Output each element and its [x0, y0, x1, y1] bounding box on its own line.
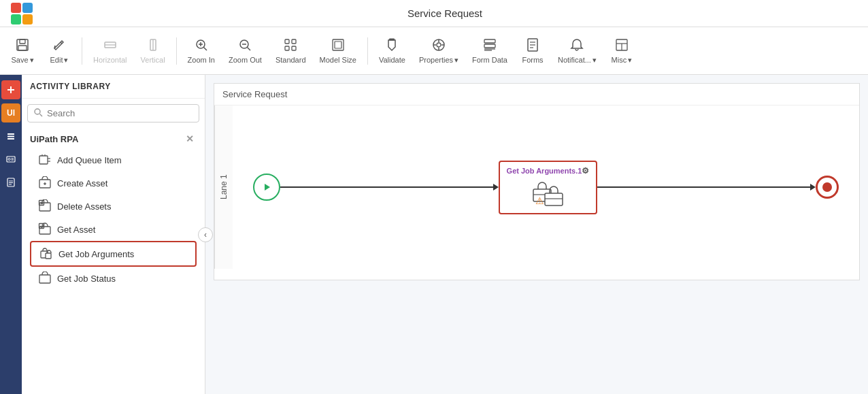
- nav-list[interactable]: [1, 127, 20, 146]
- toolbar-horizontal[interactable]: Horizontal: [88, 35, 133, 67]
- flow-arrow-2: [597, 184, 816, 191]
- zoom-out-label: Zoom Out: [229, 56, 262, 64]
- section-close-button[interactable]: ✕: [183, 132, 197, 146]
- canvas-area: Service Request Lane 1: [205, 75, 868, 394]
- warning-icon: ⚠: [535, 195, 544, 206]
- svg-rect-68: [46, 253, 51, 259]
- activity-delete-assets[interactable]: Delete Assets: [30, 195, 197, 218]
- end-dot: [822, 182, 832, 192]
- get-job-status-label: Get Job Status: [57, 274, 116, 284]
- model-size-icon: [331, 37, 346, 54]
- vertical-icon: [146, 37, 161, 54]
- section-name: UiPath RPA: [30, 134, 78, 144]
- lane-container: Lane 1: [214, 105, 859, 269]
- get-asset-icon: [38, 223, 52, 236]
- flow-start-node[interactable]: [253, 174, 280, 201]
- toolbar-forms[interactable]: Forms: [516, 35, 550, 67]
- get-job-arguments-label: Get Job Arguments: [59, 249, 134, 259]
- toolbar-notifications[interactable]: Notificat... ▾: [552, 35, 602, 67]
- svg-rect-69: [39, 275, 50, 283]
- properties-icon: [431, 37, 446, 54]
- queue-icon: [38, 153, 52, 167]
- separator-3: [367, 37, 368, 65]
- collapse-panel-button[interactable]: ‹: [198, 227, 213, 242]
- validate-label: Validate: [379, 56, 405, 64]
- toolbar-misc[interactable]: Misc ▾: [605, 35, 639, 67]
- flow-node-settings-icon[interactable]: ⚙: [582, 166, 589, 176]
- lane-label: Lane 1: [214, 105, 233, 269]
- section-header: UiPath RPA ✕: [30, 132, 197, 146]
- left-nav: UI: [0, 75, 22, 394]
- toolbar: Save ▾ Edit ▾ Horizontal: [0, 27, 868, 75]
- edit-icon: [52, 37, 67, 54]
- create-asset-label: Create Asset: [57, 178, 107, 188]
- library-section: UiPath RPA ✕ Add Queue Item: [22, 128, 205, 294]
- activity-get-job-arguments[interactable]: Get Job Arguments: [30, 241, 197, 267]
- nav-ui[interactable]: UI: [1, 103, 20, 122]
- svg-marker-70: [265, 184, 270, 191]
- toolbar-save[interactable]: Save ▾: [5, 35, 39, 67]
- toolbar-form-data[interactable]: Form Data: [467, 35, 513, 67]
- search-input[interactable]: [47, 108, 193, 118]
- properties-label: Properties ▾: [419, 56, 458, 65]
- svg-rect-17: [292, 46, 296, 50]
- job-args-icon: [39, 247, 53, 261]
- activity-get-asset[interactable]: Get Asset: [30, 218, 197, 241]
- nav-doc[interactable]: [1, 173, 20, 192]
- activity-create-asset[interactable]: Create Asset: [30, 171, 197, 195]
- lane-content: Get Job Arguments.1 ⚙: [233, 105, 859, 269]
- activity-get-job-status[interactable]: Get Job Status: [30, 267, 197, 290]
- get-asset-label: Get Asset: [57, 225, 95, 235]
- toolbar-edit[interactable]: Edit ▾: [42, 35, 76, 67]
- toolbar-model-size[interactable]: Model Size: [314, 35, 362, 67]
- zoom-in-icon: [194, 37, 209, 54]
- svg-rect-15: [292, 39, 296, 44]
- nav-id[interactable]: [1, 150, 20, 169]
- separator-1: [82, 37, 82, 65]
- nav-plus[interactable]: [1, 80, 20, 99]
- toolbar-properties[interactable]: Properties ▾: [414, 35, 464, 67]
- validate-icon: [384, 37, 399, 54]
- svg-rect-73: [545, 193, 563, 206]
- svg-point-51: [35, 109, 40, 114]
- search-box[interactable]: [27, 104, 199, 122]
- svg-rect-1: [20, 39, 25, 44]
- delete-assets-icon: [38, 199, 52, 213]
- toolbar-zoom-in[interactable]: Zoom In: [182, 35, 220, 67]
- create-asset-icon: [38, 176, 52, 190]
- flow-end-node[interactable]: [816, 176, 839, 199]
- svg-rect-2: [18, 46, 27, 50]
- model-size-label: Model Size: [320, 56, 356, 64]
- svg-rect-41: [7, 136, 14, 137]
- activity-library-panel: ACTIVITY LIBRARY UiPath RPA ✕: [22, 75, 205, 394]
- flow-node-body: ⚠: [531, 180, 565, 209]
- svg-line-12: [248, 48, 251, 51]
- save-icon: [15, 37, 30, 54]
- toolbar-vertical[interactable]: Vertical: [135, 35, 171, 67]
- notifications-icon: [569, 37, 584, 54]
- save-label: Save ▾: [11, 56, 33, 65]
- svg-rect-27: [484, 39, 495, 43]
- misc-icon: [614, 37, 629, 54]
- app-header: Service Request: [0, 0, 868, 27]
- flow-node-get-job-arguments[interactable]: Get Job Arguments.1 ⚙: [499, 161, 598, 214]
- svg-rect-42: [7, 138, 14, 139]
- svg-rect-53: [39, 156, 48, 164]
- logo-sq4: [22, 14, 33, 24]
- job-status-icon: [38, 272, 52, 285]
- activity-library-title: ACTIVITY LIBRARY: [22, 75, 205, 99]
- forms-icon: [525, 37, 540, 54]
- toolbar-zoom-out[interactable]: Zoom Out: [223, 35, 267, 67]
- activity-add-queue-item[interactable]: Add Queue Item: [30, 148, 197, 171]
- horizontal-icon: [103, 37, 118, 54]
- zoom-out-icon: [237, 37, 252, 54]
- toolbar-validate[interactable]: Validate: [373, 35, 411, 67]
- main-layout: UI ACTIVIT: [0, 75, 868, 394]
- notifications-label: Notificat... ▾: [558, 56, 597, 65]
- toolbar-standard[interactable]: Standard: [270, 35, 312, 67]
- flow-arrow-1: [280, 184, 499, 191]
- canvas-label: Service Request: [214, 84, 859, 105]
- app-logo: [11, 3, 33, 24]
- logo-sq1: [11, 3, 21, 13]
- logo-sq2: [22, 3, 33, 13]
